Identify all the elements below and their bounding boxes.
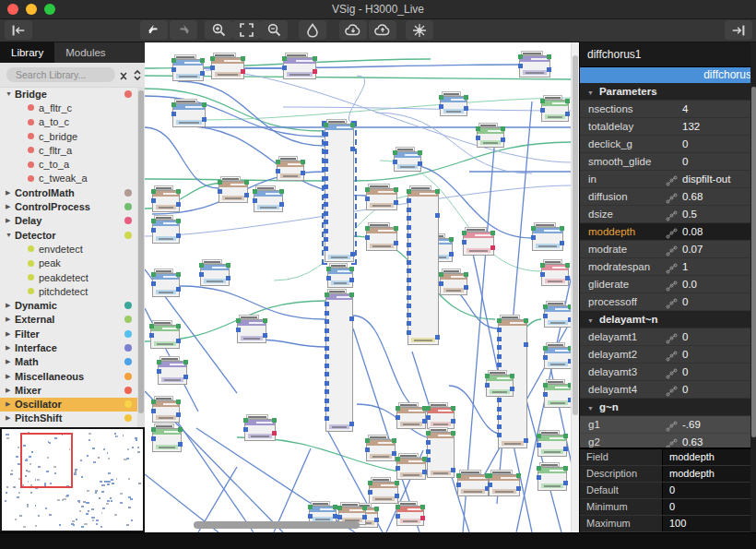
audio-port[interactable] xyxy=(279,189,284,194)
redo-button[interactable] xyxy=(170,20,197,40)
audio-port[interactable] xyxy=(426,431,431,436)
input-port[interactable] xyxy=(476,136,480,140)
audio-port[interactable] xyxy=(276,160,280,164)
graph-node[interactable] xyxy=(537,435,567,457)
audio-port[interactable] xyxy=(537,434,541,438)
audio-port[interactable] xyxy=(151,219,156,223)
graph-node[interactable] xyxy=(219,181,248,203)
input-port[interactable] xyxy=(543,355,548,360)
graph-node[interactable] xyxy=(152,428,182,452)
audio-port[interactable] xyxy=(282,56,287,61)
input-port[interactable] xyxy=(531,235,536,240)
output-port[interactable] xyxy=(176,202,181,207)
audio-port[interactable] xyxy=(202,102,207,107)
audio-port[interactable] xyxy=(183,360,188,364)
graph-node[interactable] xyxy=(172,103,206,127)
audio-port[interactable] xyxy=(540,263,545,268)
audio-port[interactable] xyxy=(226,263,230,268)
undo-button[interactable] xyxy=(140,20,168,40)
sidebar-item-dynamic[interactable]: ▶Dynamic xyxy=(0,298,137,312)
output-port[interactable] xyxy=(226,276,230,280)
audio-port[interactable] xyxy=(176,324,181,328)
input-port[interactable] xyxy=(325,346,329,351)
graph-node[interactable] xyxy=(366,188,397,210)
output-port[interactable] xyxy=(183,375,188,379)
audio-port[interactable] xyxy=(171,102,176,107)
input-port[interactable] xyxy=(497,398,502,402)
output-port[interactable] xyxy=(501,137,505,142)
input-port[interactable] xyxy=(497,354,502,359)
param-value[interactable]: 0.5 xyxy=(682,209,697,220)
connection-edge[interactable] xyxy=(274,448,311,532)
input-port[interactable] xyxy=(151,228,156,233)
input-port[interactable] xyxy=(497,415,502,420)
audio-port[interactable] xyxy=(490,231,495,235)
graph-node[interactable] xyxy=(366,439,396,461)
sidebar-item-mixer[interactable]: ▶Mixer xyxy=(0,383,137,397)
audio-port[interactable] xyxy=(392,438,396,443)
sidebar-item-external[interactable]: ▶External xyxy=(0,313,137,327)
input-port[interactable] xyxy=(324,211,328,216)
input-port[interactable] xyxy=(199,272,204,277)
param-row-dsize[interactable]: dsize0.5 xyxy=(580,206,756,223)
input-port[interactable] xyxy=(210,66,215,70)
audio-port[interactable] xyxy=(313,56,317,61)
input-port[interactable] xyxy=(325,311,329,316)
graph-node[interactable] xyxy=(211,57,244,79)
sidebar-item-pitchshift[interactable]: ▶PitchShift xyxy=(0,412,137,425)
param-value[interactable]: 0 xyxy=(682,138,688,149)
audio-port[interactable] xyxy=(368,481,372,485)
output-port[interactable] xyxy=(516,486,521,491)
param-row-in[interactable]: indispfilt-out xyxy=(580,171,756,188)
audio-port[interactable] xyxy=(350,123,355,127)
input-port[interactable] xyxy=(497,433,502,437)
graph-node[interactable] xyxy=(172,59,204,81)
disclosure-triangle-icon[interactable]: ▶ xyxy=(6,203,15,210)
graph-node[interactable] xyxy=(427,407,455,429)
input-port[interactable] xyxy=(497,424,502,429)
output-port[interactable] xyxy=(560,241,564,245)
input-port[interactable] xyxy=(325,364,329,368)
disclosure-triangle-icon[interactable]: ▶ xyxy=(6,358,15,365)
connection-edge[interactable] xyxy=(145,76,572,79)
cloud-download-button[interactable] xyxy=(339,20,367,40)
param-row-delayamt4[interactable]: delayamt40 xyxy=(580,381,756,399)
output-port[interactable] xyxy=(200,71,205,76)
input-port[interactable] xyxy=(325,328,329,333)
output-port[interactable] xyxy=(563,481,568,485)
library-module-pitchdetect[interactable]: pitchdetect xyxy=(0,284,137,298)
output-port[interactable] xyxy=(202,117,207,122)
output-port[interactable] xyxy=(176,339,181,343)
input-port[interactable] xyxy=(407,208,411,212)
input-port[interactable] xyxy=(537,475,541,480)
audio-port[interactable] xyxy=(451,431,455,436)
graph-node[interactable] xyxy=(463,232,494,256)
disclosure-triangle-icon[interactable]: ▶ xyxy=(6,400,15,408)
sidebar-item-controlmath[interactable]: ▶ControlMath xyxy=(0,185,137,199)
input-port[interactable] xyxy=(488,483,492,487)
input-port[interactable] xyxy=(151,198,156,203)
input-port[interactable] xyxy=(407,321,411,326)
output-port[interactable] xyxy=(451,468,455,472)
audio-port[interactable] xyxy=(418,150,422,155)
input-port[interactable] xyxy=(365,448,370,452)
input-port[interactable] xyxy=(426,449,431,454)
graph-node[interactable] xyxy=(152,400,180,423)
audio-port[interactable] xyxy=(396,406,400,411)
input-port[interactable] xyxy=(497,345,502,350)
audio-port[interactable] xyxy=(349,292,354,297)
input-port[interactable] xyxy=(439,104,443,109)
graph-node[interactable] xyxy=(427,432,455,478)
audio-port[interactable] xyxy=(263,318,267,323)
disclosure-triangle-icon[interactable]: ▶ xyxy=(6,344,15,352)
graph-node[interactable] xyxy=(408,190,439,345)
input-port[interactable] xyxy=(325,389,329,394)
input-port[interactable] xyxy=(325,399,329,403)
output-port[interactable] xyxy=(392,451,396,456)
input-port[interactable] xyxy=(324,194,328,198)
minimap[interactable] xyxy=(0,427,145,532)
graph-node[interactable] xyxy=(200,264,230,286)
input-port[interactable] xyxy=(407,198,411,203)
tab-library[interactable]: Library xyxy=(0,42,54,63)
input-port[interactable] xyxy=(407,286,411,291)
